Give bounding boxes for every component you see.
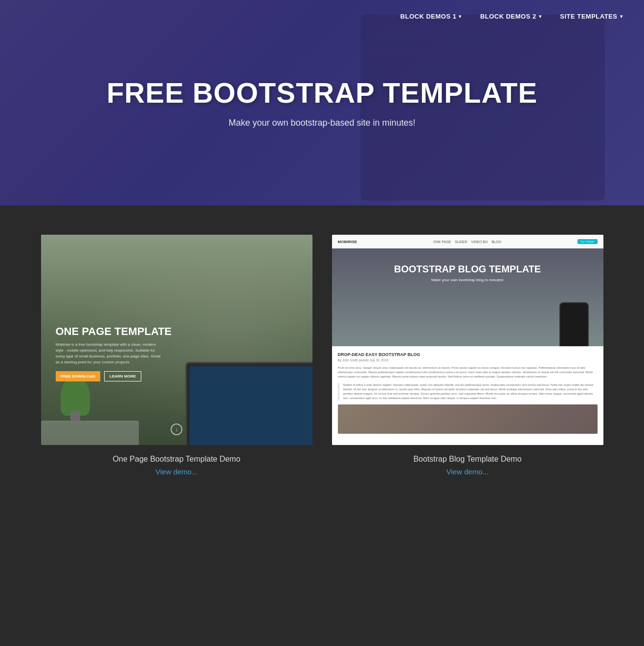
blog-nav-onepage: ONE PAGE [433,240,451,244]
hero-content: FREE BOOTSTRAP TEMPLATE Make your own bo… [97,67,547,138]
blog-preview-hero: BOOTSTRAP BLOG TEMPLATE Make your own bo… [332,248,603,346]
nav-block-demos-2-label: BLOCK DEMOS 2 [480,13,536,20]
nav-site-templates-label: SITE TEMPLATES [560,13,617,20]
card-blog-caption: Bootstrap Blog Template Demo View demo..… [413,455,521,476]
onepage-preview-title: ONE PAGE TEMPLATE [56,325,172,338]
laptop-decoration [185,362,312,445]
chevron-down-icon: ▾ [620,14,623,19]
nav-site-templates[interactable]: SITE TEMPLATES ▾ [553,9,629,24]
blog-hero-content: BOOTSTRAP BLOG TEMPLATE Make your own bo… [332,263,603,282]
nav-block-demos-1[interactable]: BLOCK DEMOS 1 ▾ [394,9,468,24]
card-blog-title: Bootstrap Blog Template Demo [413,455,521,464]
card-blog: MOBIRISE ONE PAGE SLIDER VIDEO BO BLOG T… [332,235,603,476]
blog-preview: MOBIRISE ONE PAGE SLIDER VIDEO BO BLOG T… [332,235,603,445]
free-download-button[interactable]: FREE DOWNLOAD [56,371,101,381]
card-onepage-demo-link[interactable]: View demo... [155,468,198,476]
learn-more-button[interactable]: LEARN MORE [104,371,141,381]
blog-brand: MOBIRISE [338,240,357,244]
blog-preview-title: BOOTSTRAP BLOG TEMPLATE [332,263,603,275]
blog-nav-slider: SLIDER [455,240,467,244]
card-blog-demo-link[interactable]: View demo... [446,468,489,476]
card-onepage-caption: One Page Bootstrap Template Demo View de… [112,455,240,476]
blog-nav-blog: BLOG [491,240,501,244]
hero-subtitle: Make your own bootstrap-based site in mi… [107,118,537,128]
cards-grid: ONE PAGE TEMPLATE Mobirise is a free boo… [41,235,603,476]
onepage-preview-description: Mobirise is a free bootstrap template wi… [56,342,163,365]
onepage-text-block: ONE PAGE TEMPLATE Mobirise is a free boo… [56,325,172,381]
chevron-down-icon: ▾ [539,14,542,19]
blog-image-strip [338,404,598,434]
onepage-preview-buttons: FREE DOWNLOAD LEARN MORE [56,371,172,381]
nav-block-demos-1-label: BLOCK DEMOS 1 [400,13,457,20]
article-text: Proin sit eros arcu. Integer neque uma, … [338,366,598,379]
article-blockquote: Nullam at tellus a ante dictum sagittis.… [338,383,598,401]
article-byline: By John Smith posted July 30, 2016 [338,358,598,362]
article-title: DROP-DEAD EASY BOOTSTRAP BLOG [338,352,598,357]
card-onepage-title: One Page Bootstrap Template Demo [112,455,240,464]
blog-article: DROP-DEAD EASY BOOTSTRAP BLOG By John Sm… [332,346,603,445]
blog-preview-nav: MOBIRISE ONE PAGE SLIDER VIDEO BO BLOG T… [332,235,603,248]
onepage-preview: ONE PAGE TEMPLATE Mobirise is a free boo… [41,235,312,445]
hero-title: FREE BOOTSTRAP TEMPLATE [107,77,537,109]
blog-preview-subtitle: Make your own bootstrap blog in minutes! [332,278,603,282]
nav-block-demos-2[interactable]: BLOCK DEMOS 2 ▾ [473,9,548,24]
main-content: ONE PAGE TEMPLATE Mobirise is a free boo… [0,205,644,515]
blog-nav-links: ONE PAGE SLIDER VIDEO BO BLOG [433,240,501,244]
blog-nav-video: VIDEO BO [471,240,488,244]
phone-decoration [559,302,589,346]
keyboard-decoration [41,421,139,445]
navigation: BLOCK DEMOS 1 ▾ BLOCK DEMOS 2 ▾ SITE TEM… [379,0,644,33]
card-onepage: ONE PAGE TEMPLATE Mobirise is a free boo… [41,235,312,476]
card-onepage-image[interactable]: ONE PAGE TEMPLATE Mobirise is a free boo… [41,235,312,445]
try-now-button[interactable]: Try it Now! [577,239,597,244]
plant-decoration [61,377,90,416]
scroll-down-icon[interactable]: ↓ [171,423,182,435]
chevron-down-icon: ▾ [459,14,462,19]
card-blog-image[interactable]: MOBIRISE ONE PAGE SLIDER VIDEO BO BLOG T… [332,235,603,445]
blockquote-text: Nullam at tellus a ante dictum sagittis.… [343,383,598,401]
